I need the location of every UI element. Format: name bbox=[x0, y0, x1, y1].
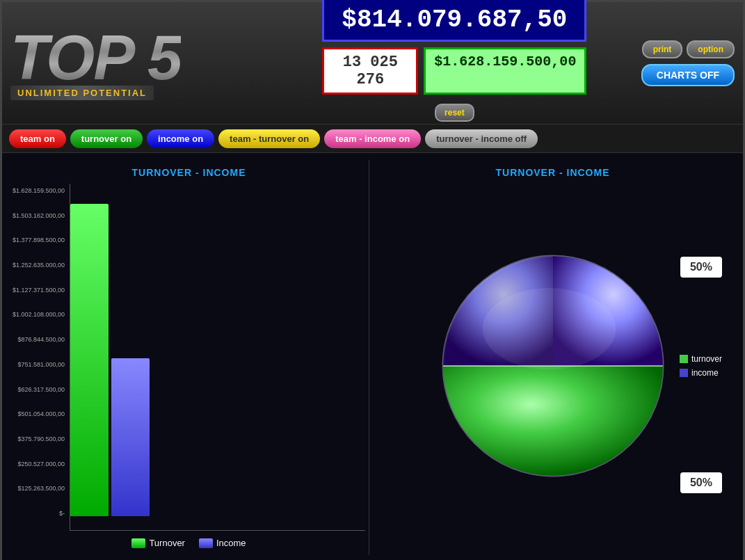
pie-chart-section: TURNOVER - INCOME bbox=[369, 160, 736, 555]
y-label-3: $1.252.635.000,00 bbox=[13, 262, 65, 269]
nav-income-on[interactable]: income on bbox=[147, 129, 214, 148]
count-box: 13 025 276 bbox=[322, 47, 418, 95]
count-value: 13 025 276 bbox=[343, 54, 398, 88]
bar-chart-inner: $1.628.159.500,00 $1.503.162.000,00 $1.3… bbox=[13, 184, 365, 531]
nav-team-income-on[interactable]: team - income on bbox=[324, 129, 421, 148]
bar-group bbox=[70, 187, 150, 516]
nav-team-turnover-on[interactable]: team - turnover on bbox=[218, 129, 320, 148]
pie-chart-title: TURNOVER - INCOME bbox=[496, 167, 610, 178]
print-button[interactable]: print bbox=[642, 40, 683, 58]
income-value: $1.628.159.500,00 bbox=[434, 54, 576, 70]
option-button[interactable]: option bbox=[687, 40, 735, 58]
pie-wrapper: turnover income 50% 50% bbox=[376, 184, 729, 548]
main-value: $814.079.687,50 bbox=[342, 6, 567, 34]
y-label-0: $1.628.159.500,00 bbox=[13, 187, 65, 194]
legend-label-turnover: Turnover bbox=[149, 538, 185, 548]
legend-label-income: Income bbox=[216, 538, 246, 548]
legend-item-turnover: Turnover bbox=[131, 538, 185, 548]
header: TOP 5 UNLIMITED POTENTIAL $814.079.687,5… bbox=[2, 2, 743, 124]
app-container: TOP 5 UNLIMITED POTENTIAL $814.079.687,5… bbox=[0, 0, 745, 560]
y-label-6: $876.844.500,00 bbox=[18, 336, 65, 343]
y-label-9: $501.054.000,00 bbox=[18, 410, 65, 417]
main-value-box: $814.079.687,50 bbox=[322, 0, 586, 42]
nav-turnover-on[interactable]: turnover on bbox=[70, 129, 143, 148]
legend-color-turnover bbox=[131, 538, 145, 548]
reset-button[interactable]: reset bbox=[435, 104, 474, 122]
svg-point-2 bbox=[482, 288, 616, 369]
chart-area: TURNOVER - INCOME $1.628.159.500,00 $1.5… bbox=[2, 153, 743, 560]
y-label-12: $125.263.500,00 bbox=[18, 485, 65, 492]
pie-svg bbox=[442, 255, 664, 477]
header-bottom-row: reset bbox=[435, 104, 474, 122]
pie-label-top: 50% bbox=[680, 257, 722, 278]
y-label-11: $250.527.000,00 bbox=[18, 461, 65, 467]
nav-row: team on turnover on income on team - tur… bbox=[2, 124, 743, 153]
pie-legend-label-income: income bbox=[691, 368, 719, 378]
y-label-1: $1.503.162.000,00 bbox=[13, 212, 65, 219]
secondary-row: 13 025 276 $1.628.159.500,00 bbox=[322, 47, 586, 95]
right-buttons: print option CHARTS OFF bbox=[641, 40, 735, 86]
y-label-10: $375.790.500,00 bbox=[18, 435, 65, 442]
nav-turnover-income-off[interactable]: turnover - income off bbox=[425, 129, 538, 148]
pie-legend-color-income bbox=[680, 369, 688, 377]
income-box: $1.628.159.500,00 bbox=[424, 47, 586, 95]
bar-chart-section: TURNOVER - INCOME $1.628.159.500,00 $1.5… bbox=[9, 160, 369, 555]
app-title: TOP 5 bbox=[10, 26, 181, 89]
bar-income bbox=[111, 358, 150, 516]
pie-legend-income: income bbox=[680, 368, 722, 378]
nav-team-on[interactable]: team on bbox=[9, 129, 66, 148]
pie-legend-turnover: turnover bbox=[680, 354, 722, 364]
y-label-4: $1.127.371.500,00 bbox=[13, 287, 65, 294]
pie-legend: turnover income bbox=[680, 354, 722, 378]
legend-item-income: Income bbox=[199, 538, 246, 548]
logo: TOP 5 UNLIMITED POTENTIAL bbox=[10, 9, 275, 117]
bar-chart-title: TURNOVER - INCOME bbox=[13, 167, 365, 178]
y-label-8: $626.317.500,00 bbox=[18, 386, 65, 393]
y-axis: $1.628.159.500,00 $1.503.162.000,00 $1.3… bbox=[13, 184, 68, 531]
y-label-2: $1.377.898.500,00 bbox=[13, 237, 65, 243]
center-area: $814.079.687,50 13 025 276 $1.628.159.50… bbox=[275, 0, 634, 122]
y-label-5: $1.002.108.000,00 bbox=[13, 311, 65, 318]
bar-turnover bbox=[70, 204, 109, 516]
charts-button[interactable]: CHARTS OFF bbox=[641, 64, 735, 86]
y-label-7: $751.581.000,00 bbox=[18, 361, 65, 368]
y-label-13: $- bbox=[59, 510, 65, 517]
legend-color-income bbox=[199, 538, 213, 548]
pie-legend-color-turnover bbox=[680, 355, 688, 363]
bar-legend: Turnover Income bbox=[13, 534, 365, 548]
pie-label-bottom: 50% bbox=[680, 472, 722, 493]
bars-container bbox=[70, 184, 365, 531]
app-subtitle: UNLIMITED POTENTIAL bbox=[10, 86, 154, 100]
pie-legend-label-turnover: turnover bbox=[691, 354, 722, 364]
top-buttons-row: print option bbox=[642, 40, 735, 58]
